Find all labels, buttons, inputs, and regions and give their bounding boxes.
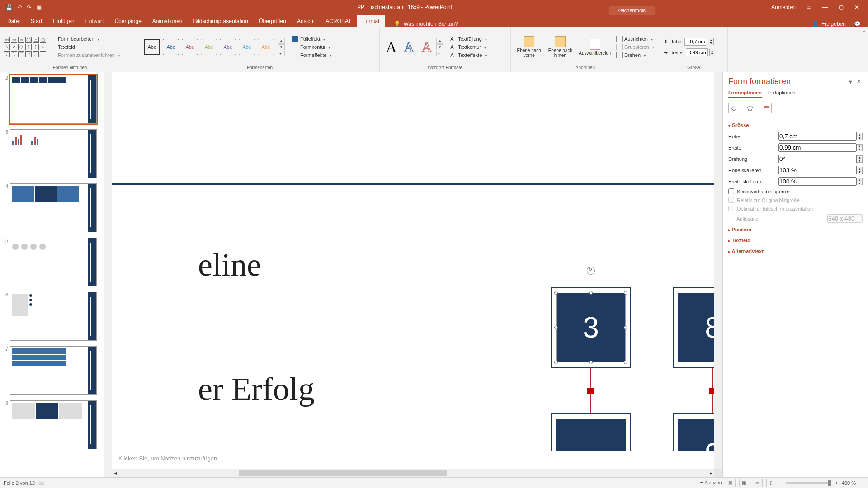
selection-handle[interactable] xyxy=(554,291,558,295)
pane-close-icon[interactable]: ✕ xyxy=(855,78,863,85)
prop-rotation-input[interactable] xyxy=(778,155,857,163)
rotate-button[interactable]: Drehen xyxy=(614,52,656,59)
style-swatch[interactable]: Abc xyxy=(144,39,160,55)
selection-handle[interactable] xyxy=(554,361,558,364)
bring-forward-button[interactable]: Ebene nach vorne xyxy=(514,35,543,59)
slide-thumbnail[interactable]: 5 xyxy=(0,235,112,289)
notes-toggle[interactable]: ≐ Notizen xyxy=(700,480,722,486)
rotate-handle-icon[interactable] xyxy=(587,267,595,275)
vertical-scrollbar[interactable] xyxy=(714,72,722,469)
thumbnail-scrollbar[interactable] xyxy=(104,72,112,477)
zoom-slider[interactable] xyxy=(786,482,831,484)
selection-handle[interactable] xyxy=(589,291,593,295)
spin-down-icon[interactable]: ▼ xyxy=(857,136,862,140)
spin-up-icon[interactable]: ▲ xyxy=(857,178,862,182)
tab-slideshow[interactable]: Bildschirmpräsentation xyxy=(188,15,254,27)
sorter-view-icon[interactable]: ▦ xyxy=(739,479,749,487)
lock-aspect-checkbox[interactable] xyxy=(728,188,734,194)
text-effects-button[interactable]: ATexteffekte xyxy=(448,52,489,59)
spin-up-icon[interactable]: ▲ xyxy=(857,145,862,148)
textbox-button[interactable]: Textfeld xyxy=(48,43,122,51)
wordart-style[interactable]: A xyxy=(401,39,417,56)
merge-shapes-button[interactable]: Formen zusammenführen xyxy=(48,52,122,59)
slide-thumbnail[interactable]: 4 xyxy=(0,181,112,235)
zoom-in-icon[interactable]: + xyxy=(835,480,838,486)
text-fill-button[interactable]: ATextfüllung xyxy=(448,35,489,42)
selection-handle[interactable] xyxy=(624,291,627,295)
fill-line-icon[interactable]: ◇ xyxy=(728,103,739,113)
redo-icon[interactable]: ↷ xyxy=(27,4,32,11)
connector-marker[interactable] xyxy=(587,388,594,394)
horizontal-scrollbar[interactable]: ◂▸ xyxy=(112,469,714,477)
zoom-level[interactable]: 400 % xyxy=(842,480,856,486)
pane-dropdown-icon[interactable]: ▼ xyxy=(846,78,855,85)
send-backward-button[interactable]: Ebene nach hinten xyxy=(545,35,575,59)
tab-insert[interactable]: Einfügen xyxy=(47,15,80,27)
selection-handle[interactable] xyxy=(624,361,627,364)
style-swatch[interactable]: Abc xyxy=(201,39,217,55)
save-icon[interactable]: 💾 xyxy=(5,4,13,11)
width-down-icon[interactable]: ▼ xyxy=(710,52,715,56)
slide-thumbnail-panel[interactable]: 2 3 4 5 6 xyxy=(0,72,112,477)
spin-down-icon[interactable]: ▼ xyxy=(857,148,862,151)
spin-up-icon[interactable]: ▲ xyxy=(857,156,862,159)
undo-icon[interactable]: ↶ xyxy=(17,4,22,11)
shape-outline-button[interactable]: Formkontur xyxy=(290,43,334,51)
prop-scale-h-input[interactable] xyxy=(778,166,857,174)
edit-shape-button[interactable]: Form bearbeiten xyxy=(48,35,122,42)
spin-up-icon[interactable]: ▲ xyxy=(857,167,862,170)
effects-icon[interactable]: ⬠ xyxy=(745,103,755,113)
spin-down-icon[interactable]: ▼ xyxy=(857,170,862,174)
selection-handle[interactable] xyxy=(624,326,627,329)
text-outline-button[interactable]: ATextkontur xyxy=(448,43,489,51)
tab-acrobat[interactable]: ACROBAT xyxy=(320,15,357,27)
slide-text[interactable]: eline xyxy=(198,246,261,284)
slide-thumbnail[interactable]: 3 xyxy=(0,127,112,181)
tab-file[interactable]: Datei xyxy=(2,15,25,27)
wa-gallery-up-icon[interactable]: ▲ xyxy=(436,38,443,44)
slide-thumbnail[interactable]: 8 xyxy=(0,398,112,452)
spin-down-icon[interactable]: ▼ xyxy=(857,182,862,185)
spin-up-icon[interactable]: ▲ xyxy=(857,133,862,136)
tab-transitions[interactable]: Übergänge xyxy=(109,15,146,27)
start-from-beginning-icon[interactable]: ▦ xyxy=(36,4,42,11)
style-swatch[interactable]: Abc xyxy=(163,39,179,55)
prop-height-input[interactable] xyxy=(778,132,857,141)
shape-style-gallery[interactable]: Abc Abc Abc Abc Abc Abc Abc xyxy=(144,39,274,55)
ribbon-display-options-icon[interactable]: ▭ xyxy=(803,2,815,12)
minimize-icon[interactable]: — xyxy=(819,2,831,12)
width-up-icon[interactable]: ▲ xyxy=(710,49,715,52)
height-input[interactable] xyxy=(684,38,706,46)
fit-to-window-icon[interactable]: ⛶ xyxy=(859,480,864,486)
tell-me-search[interactable]: 💡 Was möchten Sie tun? xyxy=(394,21,458,27)
spin-down-icon[interactable]: ▼ xyxy=(857,159,862,162)
width-input[interactable] xyxy=(686,48,708,56)
gallery-more-icon[interactable]: ▾ xyxy=(278,51,285,56)
height-up-icon[interactable]: ▲ xyxy=(708,38,713,42)
prop-width-input[interactable] xyxy=(778,143,857,152)
style-swatch[interactable]: Abc xyxy=(258,39,274,55)
zoom-out-icon[interactable]: − xyxy=(780,480,783,486)
tab-home[interactable]: Start xyxy=(25,15,47,27)
slide-counter[interactable]: Folie 2 von 12 xyxy=(4,480,35,486)
tab-review[interactable]: Überprüfen xyxy=(254,15,292,27)
reading-view-icon[interactable]: ▭ xyxy=(753,479,763,487)
prop-scale-w-input[interactable] xyxy=(778,177,857,186)
slide-thumbnail[interactable]: 2 xyxy=(0,72,112,127)
style-swatch[interactable]: Abc xyxy=(239,39,255,55)
size-properties-icon[interactable]: ▤ xyxy=(761,103,772,113)
align-button[interactable]: Ausrichten xyxy=(614,35,656,42)
wordart-style[interactable]: A xyxy=(419,39,434,56)
style-swatch[interactable]: Abc xyxy=(220,39,236,55)
slide-thumbnail[interactable]: 7 xyxy=(0,343,112,398)
section-size[interactable]: Grösse xyxy=(728,120,863,131)
tab-design[interactable]: Entwurf xyxy=(80,15,109,27)
height-down-icon[interactable]: ▼ xyxy=(708,42,713,45)
selection-handle[interactable] xyxy=(554,326,558,329)
shape-card[interactable]: 8 xyxy=(673,287,714,368)
section-alttext[interactable]: Alternativtext xyxy=(728,246,863,257)
selection-handle[interactable] xyxy=(589,361,593,364)
shape-fill-button[interactable]: Fülleffekt xyxy=(290,35,334,42)
close-icon[interactable]: ✕ xyxy=(851,2,863,12)
normal-view-icon[interactable]: ▤ xyxy=(726,479,736,487)
